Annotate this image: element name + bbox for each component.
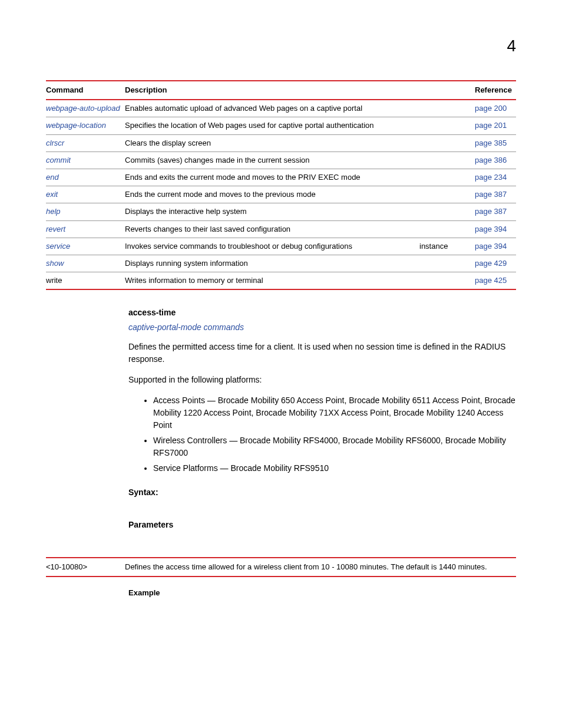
parameters-table: <10-10080> Defines the access time allow… [46,557,516,577]
command-cell[interactable]: help [46,203,125,220]
description-cell: Displays running system information [125,255,475,272]
reference-link[interactable]: page 385 [475,134,516,151]
command-cell[interactable]: webpage-location [46,117,125,134]
command-cell[interactable]: exit [46,186,125,203]
reference-link[interactable]: page 201 [475,117,516,134]
table-row: exitEnds the current mode and moves to t… [46,186,516,203]
section-heading-access-time: access-time [128,307,516,319]
platforms-intro: Supported in the following platforms: [128,374,516,386]
table-row: webpage-auto-uploadEnables automatic upl… [46,100,516,117]
table-row: commitCommits (saves) changes made in th… [46,151,516,169]
section-description: Defines the permitted access time for a … [128,341,516,365]
description-cell: Clears the display screen [125,134,475,151]
platforms-list: Access Points — Brocade Mobility 650 Acc… [128,394,516,475]
table-row: serviceInvokes service commands to troub… [46,238,516,255]
description-cell: Invokes service commands to troubleshoot… [125,238,475,255]
description-cell: Enables automatic upload of advanced Web… [125,100,475,117]
list-item: Wireless Controllers — Brocade Mobility … [153,434,516,459]
section-body: access-time captive-portal-mode commands… [128,307,516,531]
reference-link[interactable]: page 425 [475,272,516,290]
param-description: Defines the access time allowed for a wi… [125,558,516,577]
description-cell: Ends the current mode and moves to the p… [125,186,475,203]
table-row: endEnds and exits the current mode and m… [46,169,516,186]
reference-link[interactable]: page 387 [475,186,516,203]
reference-link[interactable]: page 394 [475,238,516,255]
command-cell: write [46,272,125,290]
reference-link[interactable]: page 234 [475,169,516,186]
table-row: writeWrites information to memory or ter… [46,272,516,290]
list-item: Service Platforms — Brocade Mobility RFS… [153,462,516,475]
reference-link[interactable]: page 386 [475,151,516,169]
command-cell[interactable]: commit [46,151,125,169]
description-cell: Displays the interactive help system [125,203,475,220]
command-cell[interactable]: end [46,169,125,186]
table-row: webpage-locationSpecifies the location o… [46,117,516,134]
reference-link[interactable]: page 200 [475,100,516,117]
list-item: Access Points — Brocade Mobility 650 Acc… [153,394,516,431]
cross-reference-link[interactable]: captive-portal-mode commands [128,321,516,334]
description-cell: Specifies the location of Web pages used… [125,117,475,134]
table-row: revertReverts changes to their last save… [46,220,516,238]
table-row: clrscrClears the display screenpage 385 [46,134,516,151]
param-name: <10-10080> [46,558,125,577]
command-cell[interactable]: service [46,238,125,255]
command-cell[interactable]: revert [46,220,125,238]
description-cell: Writes information to memory or terminal [125,272,475,290]
table-row: helpDisplays the interactive help system… [46,203,516,220]
col-header-command: Command [46,81,125,100]
command-table: Command Description Reference webpage-au… [46,80,516,290]
col-header-reference: Reference [475,81,516,100]
description-cell: Ends and exits the current mode and move… [125,169,475,186]
reference-link[interactable]: page 387 [475,203,516,220]
col-header-description: Description [125,81,475,100]
reference-link[interactable]: page 394 [475,220,516,238]
command-cell[interactable]: clrscr [46,134,125,151]
table-row: showDisplays running system informationp… [46,255,516,272]
description-cell: Commits (saves) changes made in the curr… [125,151,475,169]
syntax-heading: Syntax: [128,486,516,499]
description-cell: Reverts changes to their last saved conf… [125,220,475,238]
chapter-number: 4 [507,34,516,57]
command-cell[interactable]: show [46,255,125,272]
command-cell[interactable]: webpage-auto-upload [46,100,125,117]
parameters-heading: Parameters [128,519,516,531]
example-heading: Example [128,588,516,598]
reference-link[interactable]: page 429 [475,255,516,272]
